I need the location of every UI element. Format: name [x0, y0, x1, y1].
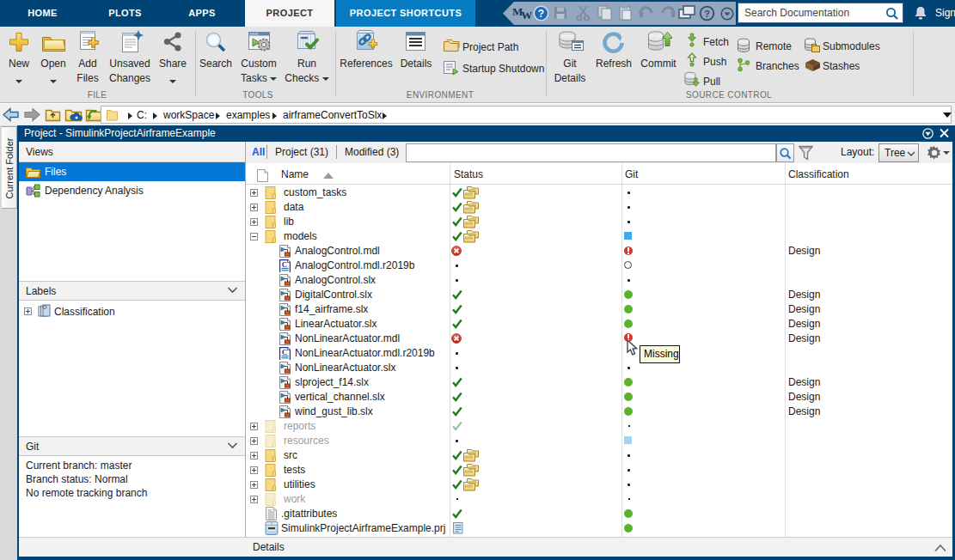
- svg-text:?: ?: [538, 8, 544, 20]
- svg-text:?: ?: [704, 9, 710, 19]
